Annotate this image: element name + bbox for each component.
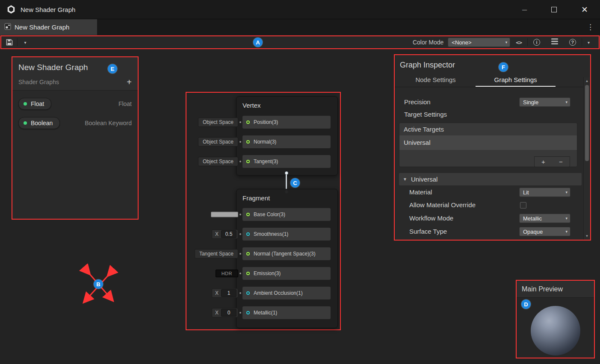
chevron-down-icon: ▾	[565, 100, 567, 104]
port-row-base-color[interactable]: Base Color(3)	[242, 208, 331, 221]
active-targets-toolbar: + −	[534, 156, 570, 167]
surface-type-dropdown[interactable]: Opaque ▾	[519, 227, 570, 236]
vector3-port-icon[interactable]	[246, 252, 250, 255]
minimize-button[interactable]: –	[522, 5, 527, 14]
scrollbar-thumb[interactable]	[585, 85, 589, 161]
foldout-arrow-icon: ▼	[403, 177, 407, 182]
blackboard-header[interactable]: New Shader Graph Shader Graphs +	[12, 57, 138, 91]
port-label: Normal (Tangent Space)(3)	[254, 251, 316, 257]
window-titlebar: New Shader Graph – ✕	[0, 0, 600, 19]
blackboard-panel: New Shader Graph Shader Graphs + Float F…	[12, 56, 139, 220]
connector-dot-icon	[239, 312, 241, 314]
remove-target-button[interactable]: −	[552, 157, 570, 167]
inspector-scrollbar[interactable]: ▲ ▼	[583, 77, 590, 240]
color-swatch-field[interactable]	[211, 212, 238, 217]
port-row-metallic[interactable]: X 0 Metallic(1)	[242, 306, 331, 319]
graph-inspector-title: Graph Inspector	[395, 55, 590, 73]
space-binding-dropdown[interactable]: Object Space	[198, 137, 238, 147]
graph-inspector-panel: Graph Inspector Node Settings Graph Sett…	[394, 54, 591, 241]
x-axis-label: X	[213, 290, 219, 296]
material-label: Material	[409, 186, 432, 199]
float-port-icon[interactable]	[246, 291, 250, 295]
annotation-badge-a: A	[253, 38, 263, 47]
tab-new-shader-graph[interactable]: New Shader Graph	[0, 19, 97, 35]
vector3-port-icon[interactable]	[246, 120, 250, 124]
tab-node-settings[interactable]: Node Settings	[396, 73, 476, 87]
scroll-down-icon[interactable]: ▼	[584, 234, 590, 238]
port-row-tangent[interactable]: Object Space Tangent(3)	[242, 155, 331, 168]
material-dropdown[interactable]: Lit ▾	[519, 188, 570, 197]
float-value-input[interactable]: 0	[221, 309, 236, 317]
workflow-mode-dropdown[interactable]: Metallic ▾	[519, 214, 570, 223]
port-row-smoothness[interactable]: X 0.5 Smoothness(1)	[242, 228, 331, 241]
add-property-button[interactable]: +	[127, 78, 132, 86]
toolbar-overflow-button[interactable]: ▾	[582, 37, 595, 47]
add-target-button[interactable]: +	[535, 157, 552, 167]
vertex-node[interactable]: Vertex Object Space Position(3) Object S…	[236, 96, 338, 176]
float-value-input[interactable]: 0.5	[221, 230, 236, 238]
port-row-emission[interactable]: HDR Emission(3)	[242, 267, 331, 280]
vertex-fragment-edge[interactable]	[286, 174, 287, 191]
port-label: Base Color(3)	[254, 211, 285, 217]
port-row-normal-ts[interactable]: Tangent Space Normal (Tangent Space)(3)	[242, 247, 331, 260]
space-binding-dropdown[interactable]: Tangent Space	[195, 249, 238, 258]
port-row-normal[interactable]: Object Space Normal(3)	[242, 135, 331, 148]
unity-logo-icon	[6, 4, 16, 15]
port-label: Ambient Occlusion(1)	[254, 290, 303, 296]
graph-inspector-toggle-button[interactable]: i	[528, 37, 546, 47]
vector3-port-icon[interactable]	[246, 140, 250, 144]
surface-type-value: Opaque	[523, 229, 543, 235]
vector3-port-icon[interactable]	[246, 272, 250, 275]
property-name: Boolean	[31, 120, 53, 126]
toolbar-divider	[17, 38, 18, 46]
hdr-color-field[interactable]: HDR	[216, 270, 238, 277]
color-mode-dropdown[interactable]: <None> ▾	[448, 38, 510, 47]
connector-dot-icon	[239, 253, 241, 255]
annotation-badge-d: D	[521, 299, 531, 309]
tab-label: New Shader Graph	[15, 23, 69, 31]
port-row-ambient-occlusion[interactable]: X 1 Ambient Occlusion(1)	[242, 287, 331, 299]
property-name: Float	[31, 100, 44, 107]
scroll-up-icon[interactable]: ▲	[584, 79, 590, 83]
float-port-icon[interactable]	[246, 232, 250, 236]
connector-dot-icon	[239, 292, 241, 294]
chevron-down-icon: ▾	[565, 190, 567, 194]
color-mode-value: <None>	[452, 39, 471, 46]
maximize-button[interactable]	[551, 7, 557, 12]
blackboard-toggle-button[interactable]	[546, 37, 564, 47]
connector-dot-icon	[239, 121, 241, 123]
property-pill-float[interactable]: Float	[18, 98, 51, 110]
main-preview-title: Main Preview	[517, 281, 594, 298]
port-label: Normal(3)	[254, 139, 276, 145]
kebab-menu-icon[interactable]: ⋮	[587, 23, 594, 32]
float-field[interactable]: X 1	[212, 288, 238, 298]
active-target-item-universal[interactable]: Universal	[399, 135, 577, 150]
float-value-input[interactable]: 1	[221, 289, 236, 297]
connector-dot-icon	[239, 214, 241, 215]
generate-code-button[interactable]: <>	[510, 37, 527, 47]
universal-foldout[interactable]: ▼ Universal	[399, 173, 582, 185]
space-binding-dropdown[interactable]: Object Space	[198, 117, 238, 127]
help-button[interactable]: ?	[564, 37, 582, 47]
vector3-port-icon[interactable]	[246, 160, 250, 163]
fragment-node[interactable]: Fragment Base Color(3) X 0.5 Smoothness(…	[236, 189, 338, 328]
vector3-port-icon[interactable]	[246, 213, 250, 216]
float-port-icon[interactable]	[246, 311, 250, 314]
save-dropdown-button[interactable]: ▾	[21, 38, 30, 47]
float-field[interactable]: X 0	[212, 308, 238, 317]
save-button[interactable]	[5, 38, 14, 47]
close-button[interactable]: ✕	[581, 6, 588, 14]
allow-material-override-checkbox[interactable]	[520, 202, 526, 208]
annotation-badge-e: E	[108, 64, 117, 73]
precision-dropdown[interactable]: Single ▾	[519, 97, 570, 107]
space-binding-dropdown[interactable]: Object Space	[198, 157, 238, 166]
port-row-position[interactable]: Object Space Position(3)	[242, 116, 331, 129]
tab-graph-settings[interactable]: Graph Settings	[476, 73, 556, 87]
vertex-node-title: Vertex	[236, 97, 337, 114]
preview-sphere[interactable]	[531, 306, 580, 355]
port-label: Tangent(3)	[254, 159, 278, 164]
code-icon: <>	[516, 39, 522, 46]
blackboard-subtitle: Shader Graphs	[18, 79, 59, 85]
property-pill-boolean[interactable]: Boolean	[18, 117, 60, 129]
float-field[interactable]: X 0.5	[212, 229, 238, 239]
